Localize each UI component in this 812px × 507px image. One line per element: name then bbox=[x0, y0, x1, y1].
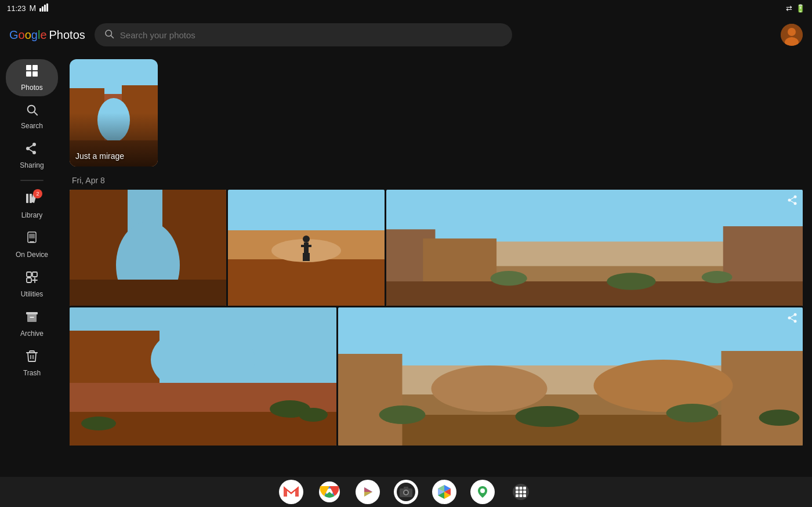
time-display: 11:23 bbox=[7, 4, 26, 13]
sidebar-item-library[interactable]: 2 Library bbox=[6, 187, 58, 224]
sidebar-label-sharing: Sharing bbox=[20, 161, 44, 169]
trash-icon bbox=[25, 349, 39, 367]
svg-point-86 bbox=[432, 365, 548, 412]
svg-line-19 bbox=[28, 149, 34, 153]
svg-point-61 bbox=[491, 271, 527, 285]
sidebar-item-sharing[interactable]: Sharing bbox=[6, 137, 58, 174]
svg-rect-60 bbox=[386, 281, 803, 306]
taskbar-camera[interactable] bbox=[394, 480, 418, 504]
sidebar-item-photos[interactable]: Photos bbox=[6, 59, 58, 96]
sidebar-item-trash[interactable]: Trash bbox=[6, 345, 58, 382]
svg-point-105 bbox=[404, 491, 408, 494]
library-icon: 2 bbox=[25, 191, 39, 209]
svg-rect-115 bbox=[520, 491, 523, 494]
photo-cell-4[interactable] bbox=[70, 307, 336, 446]
svg-rect-106 bbox=[404, 487, 408, 489]
svg-rect-47 bbox=[228, 259, 385, 306]
svg-rect-37 bbox=[70, 59, 158, 166]
svg-rect-118 bbox=[520, 494, 523, 497]
sidebar-item-utilities[interactable]: Utilities bbox=[6, 266, 58, 303]
logo-photos: Photos bbox=[49, 28, 85, 42]
photo-cell-1[interactable] bbox=[70, 190, 226, 306]
arrows-icon: ⇄ bbox=[786, 4, 792, 13]
archive-icon bbox=[25, 310, 39, 327]
search-input[interactable] bbox=[120, 30, 503, 40]
svg-rect-1 bbox=[42, 6, 44, 12]
sidebar-item-on-device[interactable]: On Device bbox=[6, 226, 58, 263]
taskbar-chrome[interactable] bbox=[317, 480, 342, 504]
svg-rect-26 bbox=[32, 272, 37, 277]
svg-point-90 bbox=[666, 404, 719, 422]
albums-row: Just a mirage bbox=[70, 59, 803, 166]
album-title: Just a mirage bbox=[75, 151, 124, 161]
svg-rect-113 bbox=[523, 487, 526, 490]
svg-point-109 bbox=[480, 488, 485, 493]
svg-rect-3 bbox=[46, 3, 48, 12]
taskbar-maps[interactable] bbox=[470, 480, 495, 504]
svg-rect-0 bbox=[39, 8, 41, 12]
svg-rect-53 bbox=[306, 253, 310, 261]
svg-rect-114 bbox=[516, 491, 519, 494]
top-bar: Google Photos bbox=[0, 16, 812, 53]
search-bar[interactable] bbox=[95, 23, 512, 46]
utilities-icon bbox=[25, 270, 39, 288]
search-icon bbox=[104, 28, 114, 42]
sidebar-label-on-device: On Device bbox=[16, 251, 48, 259]
svg-rect-52 bbox=[303, 253, 306, 261]
taskbar-play-store[interactable] bbox=[356, 480, 380, 504]
svg-line-95 bbox=[789, 314, 795, 318]
app-logo: Google Photos bbox=[9, 28, 85, 42]
content-area: Just a mirage Fri, Apr 8 bbox=[64, 53, 812, 477]
taskbar-apps[interactable] bbox=[509, 480, 533, 504]
svg-point-7 bbox=[788, 28, 796, 36]
sidebar-label-library: Library bbox=[21, 211, 43, 219]
svg-rect-27 bbox=[27, 278, 31, 283]
svg-rect-2 bbox=[44, 5, 46, 12]
svg-point-66 bbox=[794, 202, 797, 205]
sidebar-divider bbox=[20, 180, 44, 181]
status-right: ⇄ 🔋 bbox=[786, 4, 805, 13]
sidebar-label-photos: Photos bbox=[21, 84, 42, 92]
photo-row-1 bbox=[70, 190, 803, 306]
battery-icon: 🔋 bbox=[796, 4, 805, 13]
svg-rect-24 bbox=[29, 234, 35, 238]
svg-rect-28 bbox=[26, 312, 38, 314]
photo-cell-5[interactable] bbox=[338, 307, 803, 446]
taskbar-photos[interactable] bbox=[432, 480, 456, 504]
svg-rect-84 bbox=[338, 354, 403, 446]
logo-google: Google bbox=[9, 28, 47, 42]
photo-cell-2[interactable] bbox=[228, 190, 385, 306]
sidebar-label-utilities: Utilities bbox=[21, 290, 44, 298]
album-card-just-a-mirage[interactable]: Just a mirage bbox=[70, 59, 158, 166]
svg-point-49 bbox=[303, 236, 310, 242]
svg-rect-50 bbox=[304, 242, 309, 253]
library-badge: 2 bbox=[33, 189, 42, 198]
svg-line-5 bbox=[111, 35, 113, 38]
status-left: 11:23 M bbox=[7, 3, 49, 13]
sharing-icon bbox=[25, 142, 39, 159]
photo-cell-3[interactable] bbox=[386, 190, 803, 306]
svg-rect-9 bbox=[26, 65, 31, 70]
svg-rect-112 bbox=[520, 487, 523, 490]
sidebar-item-archive[interactable]: Archive bbox=[6, 305, 58, 342]
svg-rect-10 bbox=[32, 65, 38, 70]
svg-point-87 bbox=[594, 360, 733, 412]
photos-icon bbox=[25, 64, 39, 81]
taskbar bbox=[0, 477, 812, 507]
signal-icon bbox=[39, 3, 49, 13]
svg-point-88 bbox=[379, 405, 426, 424]
on-device-icon bbox=[25, 231, 39, 248]
svg-rect-20 bbox=[26, 194, 28, 203]
svg-rect-111 bbox=[516, 487, 519, 490]
svg-rect-51 bbox=[301, 245, 311, 247]
svg-point-62 bbox=[607, 273, 655, 290]
main-layout: Photos Search Sharing 2 Library bbox=[0, 53, 812, 477]
svg-rect-11 bbox=[26, 71, 31, 77]
svg-rect-25 bbox=[27, 272, 31, 277]
shared-icon-5 bbox=[786, 312, 798, 326]
taskbar-gmail[interactable] bbox=[279, 480, 303, 504]
svg-line-68 bbox=[789, 200, 795, 204]
sidebar-item-search[interactable]: Search bbox=[6, 99, 58, 135]
avatar[interactable] bbox=[781, 24, 803, 46]
svg-rect-85 bbox=[722, 351, 803, 446]
